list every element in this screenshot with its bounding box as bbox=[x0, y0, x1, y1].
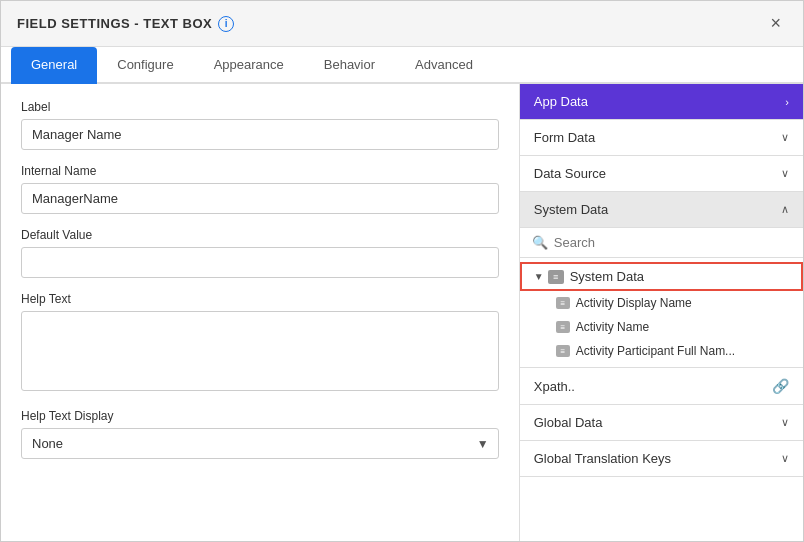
app-data-chevron: › bbox=[785, 96, 789, 108]
internal-name-field-group: Internal Name bbox=[21, 164, 499, 214]
global-data-chevron: ∨ bbox=[781, 416, 789, 429]
tab-advanced[interactable]: Advanced bbox=[395, 47, 493, 84]
tree-expand-icon: ▼ bbox=[534, 271, 544, 282]
form-data-section: Form Data ∨ bbox=[520, 120, 803, 156]
search-bar: 🔍 bbox=[520, 228, 803, 258]
data-source-label: Data Source bbox=[534, 166, 606, 181]
tab-configure[interactable]: Configure bbox=[97, 47, 193, 84]
data-source-chevron: ∨ bbox=[781, 167, 789, 180]
search-input[interactable] bbox=[554, 235, 791, 250]
system-data-label: System Data bbox=[534, 202, 608, 217]
tree-child-activity-display-name[interactable]: ≡ Activity Display Name bbox=[520, 291, 803, 315]
app-data-label: App Data bbox=[534, 94, 588, 109]
data-source-section: Data Source ∨ bbox=[520, 156, 803, 192]
global-data-header[interactable]: Global Data ∨ bbox=[520, 405, 803, 440]
global-translation-header[interactable]: Global Translation Keys ∨ bbox=[520, 441, 803, 476]
help-text-display-label: Help Text Display bbox=[21, 409, 499, 423]
internal-name-label: Internal Name bbox=[21, 164, 499, 178]
global-data-label: Global Data bbox=[534, 415, 603, 430]
app-data-section: App Data › bbox=[520, 84, 803, 120]
modal-header: FIELD SETTINGS - TEXT BOX i × bbox=[1, 1, 803, 47]
system-data-header[interactable]: System Data ∧ bbox=[520, 192, 803, 228]
default-value-label: Default Value bbox=[21, 228, 499, 242]
global-translation-section: Global Translation Keys ∨ bbox=[520, 441, 803, 477]
search-icon: 🔍 bbox=[532, 235, 548, 250]
close-button[interactable]: × bbox=[764, 11, 787, 36]
tree-child-activity-participant[interactable]: ≡ Activity Participant Full Nam... bbox=[520, 339, 803, 363]
tab-behavior[interactable]: Behavior bbox=[304, 47, 395, 84]
internal-name-input[interactable] bbox=[21, 183, 499, 214]
default-value-input[interactable] bbox=[21, 247, 499, 278]
label-field-label: Label bbox=[21, 100, 499, 114]
form-data-header[interactable]: Form Data ∨ bbox=[520, 120, 803, 155]
xpath-row[interactable]: Xpath.. 🔗 bbox=[520, 368, 803, 405]
field-icon-1: ≡ bbox=[556, 297, 570, 309]
info-icon[interactable]: i bbox=[218, 16, 234, 32]
default-value-field-group: Default Value bbox=[21, 228, 499, 278]
label-input[interactable] bbox=[21, 119, 499, 150]
help-text-display-wrapper: None Tooltip Below Field ▼ bbox=[21, 428, 499, 459]
left-panel: Label Internal Name Default Value Help T… bbox=[1, 84, 520, 541]
system-data-parent-label: System Data bbox=[570, 269, 644, 284]
system-data-tree: ▼ ≡ System Data ≡ Activity Display Name … bbox=[520, 258, 803, 367]
modal-title: FIELD SETTINGS - TEXT BOX bbox=[17, 16, 212, 31]
tab-appearance[interactable]: Appearance bbox=[194, 47, 304, 84]
tab-general[interactable]: General bbox=[11, 47, 97, 84]
data-source-header[interactable]: Data Source ∨ bbox=[520, 156, 803, 191]
xpath-label: Xpath.. bbox=[534, 379, 575, 394]
activity-participant-label: Activity Participant Full Nam... bbox=[576, 344, 735, 358]
tabs-bar: General Configure Appearance Behavior Ad… bbox=[1, 47, 803, 84]
global-translation-chevron: ∨ bbox=[781, 452, 789, 465]
form-data-label: Form Data bbox=[534, 130, 595, 145]
field-icon-3: ≡ bbox=[556, 345, 570, 357]
system-data-section: System Data ∧ 🔍 ▼ ≡ System Data bbox=[520, 192, 803, 368]
form-data-chevron: ∨ bbox=[781, 131, 789, 144]
help-text-display-field-group: Help Text Display None Tooltip Below Fie… bbox=[21, 409, 499, 459]
activity-name-label: Activity Name bbox=[576, 320, 649, 334]
tree-child-activity-name[interactable]: ≡ Activity Name bbox=[520, 315, 803, 339]
db-icon: ≡ bbox=[548, 270, 564, 284]
app-data-header[interactable]: App Data › bbox=[520, 84, 803, 119]
link-icon: 🔗 bbox=[772, 378, 789, 394]
activity-display-name-label: Activity Display Name bbox=[576, 296, 692, 310]
modal-container: FIELD SETTINGS - TEXT BOX i × General Co… bbox=[0, 0, 804, 542]
help-text-field-group: Help Text bbox=[21, 292, 499, 395]
system-data-tree-parent[interactable]: ▼ ≡ System Data bbox=[520, 262, 803, 291]
system-data-chevron: ∧ bbox=[781, 203, 789, 216]
content-area: Label Internal Name Default Value Help T… bbox=[1, 84, 803, 541]
help-text-display-select[interactable]: None Tooltip Below Field bbox=[21, 428, 499, 459]
global-translation-label: Global Translation Keys bbox=[534, 451, 671, 466]
field-icon-2: ≡ bbox=[556, 321, 570, 333]
help-text-textarea[interactable] bbox=[21, 311, 499, 391]
right-panel: App Data › Form Data ∨ Data Source ∨ bbox=[520, 84, 803, 541]
label-field-group: Label bbox=[21, 100, 499, 150]
global-data-section: Global Data ∨ bbox=[520, 405, 803, 441]
help-text-label: Help Text bbox=[21, 292, 499, 306]
